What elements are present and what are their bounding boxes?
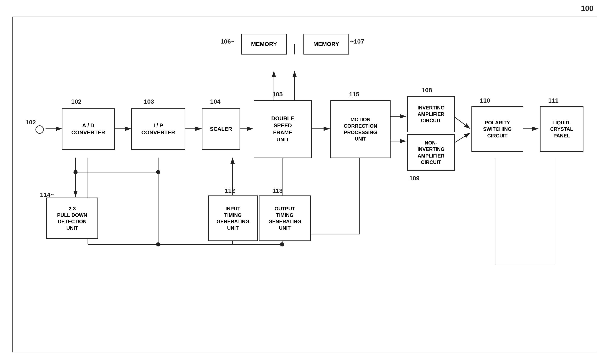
block-inverting-amp: INVERTINGAMPLIFIERCIRCUIT (407, 96, 455, 132)
block-memory1: MEMORY (241, 34, 287, 54)
block-polarity-switching: POLARITYSWITCHINGCIRCUIT (471, 106, 523, 152)
block-ip-converter: I / PCONVERTER (131, 108, 185, 150)
svg-line-10 (454, 133, 470, 143)
block-motion-correction: MOTIONCORRECTIONPROCESSINGUNIT (331, 100, 391, 158)
ref-108: 108 (422, 87, 432, 94)
ref-103: 103 (144, 98, 154, 105)
diagram-container: 102 A / DCONVERTER 102 I / PCONVERTER 10… (13, 17, 597, 352)
svg-point-28 (280, 242, 284, 247)
block-ad-converter: A / DCONVERTER (62, 108, 115, 150)
ref-115: 115 (349, 91, 359, 98)
input-circle (36, 125, 44, 134)
ref-106: 106~ (221, 38, 235, 45)
ref-101: 102 (26, 119, 36, 126)
ref-100: 100 (581, 4, 593, 13)
ref-102: 102 (71, 98, 81, 105)
ref-112: 112 (225, 187, 235, 194)
block-scaler: SCALER (202, 108, 240, 150)
ref-109: 109 (409, 175, 420, 182)
svg-line-9 (454, 116, 470, 129)
block-input-timing: INPUTTIMINGGENERATINGUNIT (208, 195, 258, 241)
ref-111: 111 (548, 97, 558, 104)
svg-point-20 (156, 170, 160, 174)
ref-110: 110 (480, 97, 490, 104)
block-double-speed: DOUBLESPEEDFRAMEUNIT (254, 100, 312, 158)
ref-104: 104 (210, 98, 221, 105)
block-lcd-panel: LIQUID-CRYSTALPANEL (540, 106, 583, 152)
ref-105: 105 (272, 91, 283, 98)
block-non-inverting-amp: NON-INVERTINGAMPLIFIERCIRCUIT (407, 134, 455, 171)
svg-point-19 (73, 170, 78, 174)
block-pulldown: 2-3PULL DOWNDETECTIONUNIT (46, 197, 98, 239)
ref-113: 113 (272, 187, 283, 194)
ref-107: ~107 (350, 38, 364, 45)
svg-point-25 (156, 242, 160, 247)
block-output-timing: OUTPUTTIMINGGENERATINGUNIT (259, 195, 311, 241)
block-memory2: MEMORY (304, 34, 349, 54)
ref-114: 114~ (40, 191, 54, 198)
